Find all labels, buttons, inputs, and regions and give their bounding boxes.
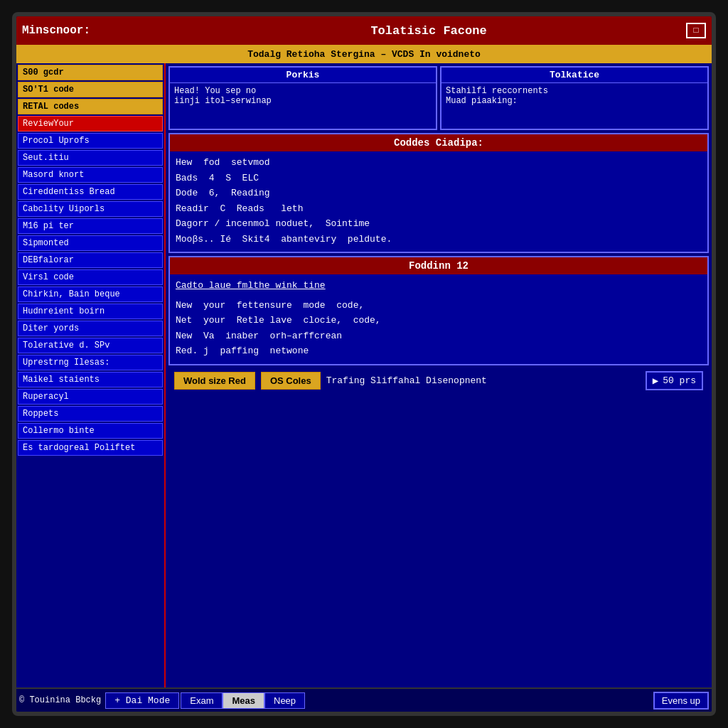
tab-bar: © Touinina Bbckg + Dai Mode ExamMeasNeep… [16,687,712,712]
tab-meas[interactable]: Meas [223,692,264,709]
subtitle-bar: Todalg Retioha Stergina – VCDS In voidne… [16,45,712,63]
sidebar-item[interactable]: Diter yords [18,321,163,336]
os-coles-button[interactable]: OS Coles [261,372,321,390]
bottom-bar: Wold size Red OS Coles Trafing Sliffahal… [168,368,709,393]
sidebar-item[interactable]: Cireddentiss Bread [18,184,163,200]
tab-bar-left-text: © Touinina Bbckg [19,695,101,705]
arrow-icon: ▶ [653,375,658,387]
sidebar-item[interactable]: S00 gcdr [18,65,163,80]
codes-body: Hew fod setvmod Bads 4 S ELC Dode 6, Rea… [170,151,707,252]
sidebar-item[interactable]: Maikel staients [18,372,163,387]
sidebar-item[interactable]: DEBfalorar [18,252,163,268]
count-box: ▶ 50 prs [646,371,703,390]
sidebar-item[interactable]: Virsl code [18,269,163,285]
sidebar-item[interactable]: M16 pi ter [18,218,163,234]
sidebar-item[interactable]: Uprestrng Ilesas: [18,355,163,370]
sidebar-item[interactable]: SO'T1 code [18,82,163,97]
dai-mode-tab[interactable]: + Dai Mode [105,692,179,709]
sidebar-item[interactable]: Collermo binte [18,423,163,439]
window-icon[interactable]: □ [686,23,706,38]
codes-header: Coddes Ciadipa: [170,134,707,151]
tab-exam[interactable]: Exam [181,692,223,709]
sidebar: S00 gcdrSO'T1 codeRETAL codesReviewYourP… [16,63,166,687]
codes-section: Coddes Ciadipa: Hew fod setvmod Bads 4 S… [168,133,709,253]
sidebar-item[interactable]: Es tardogreal Poliftet [18,440,163,456]
tab-neep[interactable]: Neep [264,692,305,709]
porkis-panel: Porkis Head! You sep noiinji itol–serwin… [168,66,437,130]
sidebar-item[interactable]: Seut.itiu [18,150,163,166]
wold-size-red-button[interactable]: Wold size Red [174,372,255,390]
sidebar-item[interactable]: Tolerative d. SPv [18,338,163,353]
tolkatice-panel: Tolkatice Stahilfi reccornentsMuad piaak… [440,66,709,130]
sidebar-item[interactable]: Hudnreient boirn [18,304,163,319]
header-title-center: Tolatisic Facone [171,24,686,38]
tabs-container: ExamMeasNeep [181,692,305,709]
porkis-header: Porkis [170,68,436,83]
top-section: Porkis Head! You sep noiinji itol–serwin… [168,66,709,130]
sidebar-item[interactable]: Roppets [18,406,163,422]
sidebar-item[interactable]: Masord knort [18,167,163,183]
sidebar-item[interactable]: Sipmonted [18,235,163,251]
fodinn-header: Foddinn 12 [170,257,707,274]
fodinn-body: Cadto laue fmlthe wink tine New your fet… [170,274,707,364]
header-title-left: Minscnoor: [22,24,171,37]
sidebar-item[interactable]: RETAL codes [18,99,163,114]
evens-up-button[interactable]: Evens up [653,692,709,710]
tolkatice-body: Stahilfi reccornentsMuad piaaking: [441,83,707,129]
sidebar-item[interactable]: Procol Uprofs [18,133,163,149]
count-value: 50 prs [663,375,696,386]
sidebar-item[interactable]: ReviewYour [18,116,163,132]
porkis-body: Head! You sep noiinji itol–serwinap [170,83,436,129]
sidebar-item[interactable]: Ruperacyl [18,389,163,405]
sidebar-item[interactable]: Cabclity Uiporls [18,201,163,217]
header-bar: Minscnoor: Tolatisic Facone □ [16,16,712,45]
sidebar-item[interactable]: Chirkin, Bain beque [18,287,163,302]
fodinn-section: Foddinn 12 Cadto laue fmlthe wink tine N… [168,256,709,365]
status-text: Trafing Sliffahal Disenopnent [326,375,640,386]
tolkatice-header: Tolkatice [441,68,707,83]
main-content: Porkis Head! You sep noiinji itol–serwin… [166,63,712,687]
